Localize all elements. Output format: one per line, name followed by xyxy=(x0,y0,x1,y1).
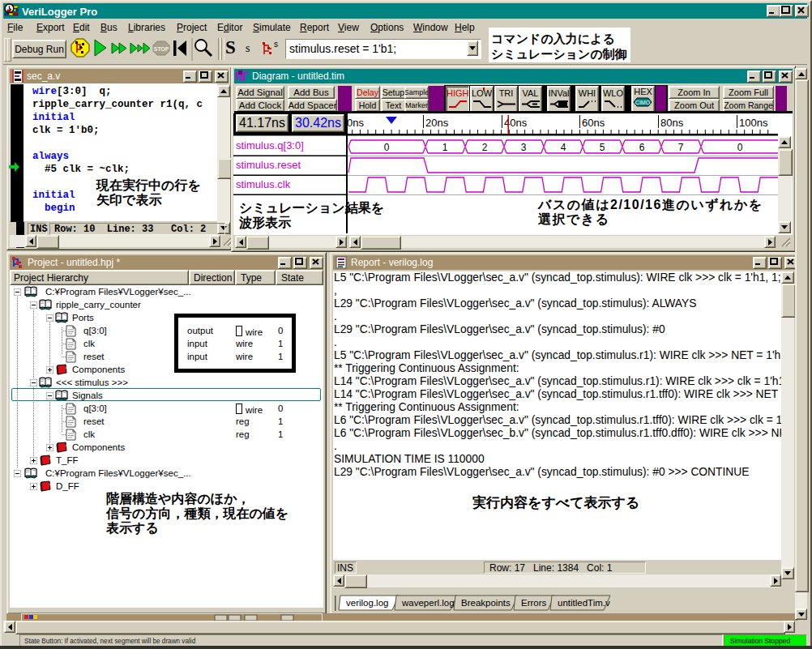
svg-text:0: 0 xyxy=(384,142,390,153)
svg-text:waveperl.log: waveperl.log xyxy=(401,598,455,608)
svg-text:80ns: 80ns xyxy=(660,117,684,129)
svg-text:verilog.log: verilog.log xyxy=(346,598,388,608)
svg-text:7: 7 xyxy=(678,142,684,153)
svg-text:0: 0 xyxy=(737,142,743,153)
svg-text:100ns: 100ns xyxy=(739,117,768,129)
svg-text:3: 3 xyxy=(521,142,527,153)
svg-text:5: 5 xyxy=(600,142,605,153)
svg-text:40ns: 40ns xyxy=(504,117,528,129)
svg-text:STOP: STOP xyxy=(154,46,169,52)
svg-text:Breakpoints: Breakpoints xyxy=(461,598,511,608)
svg-text:2: 2 xyxy=(482,142,488,153)
svg-text:s: s xyxy=(274,40,278,49)
svg-text:4: 4 xyxy=(561,142,566,153)
svg-text:60ns: 60ns xyxy=(582,117,605,129)
svg-text:1: 1 xyxy=(442,142,448,153)
svg-text:untitledTim.v: untitledTim.v xyxy=(558,598,610,608)
svg-text:0ns: 0ns xyxy=(347,117,364,129)
svg-text:20ns: 20ns xyxy=(425,117,449,129)
svg-text:Errors: Errors xyxy=(521,598,547,608)
svg-text:CIMO: CIMO xyxy=(635,100,650,105)
svg-text:6: 6 xyxy=(639,142,645,153)
